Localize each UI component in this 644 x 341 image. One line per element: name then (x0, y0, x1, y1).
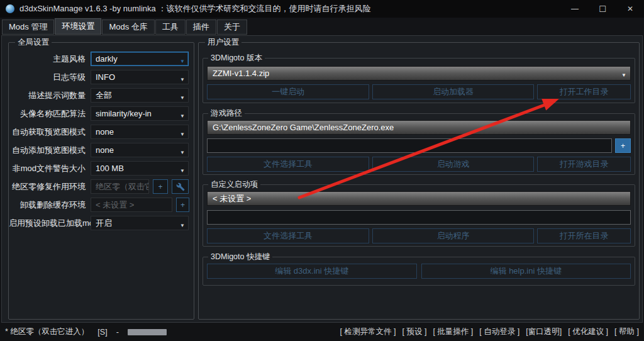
current-env-label: * 绝区零（双击它进入） (5, 327, 89, 337)
chevron-down-icon: ▼ (180, 77, 185, 82)
minimize-button[interactable]: — (561, 0, 589, 18)
preset-unload-combobox[interactable]: 开启 ▼ (91, 216, 189, 230)
log-level-combobox[interactable]: INFO ▼ (91, 70, 189, 84)
setting-label: 非mod文件警告大小 (9, 163, 91, 174)
tab-bar: Mods 管理 环境设置 Mods 仓库 工具 插件 关于 (0, 18, 644, 35)
avatar-match-combobox[interactable]: similarity/key-in ▼ (91, 106, 189, 121)
titlebar: d3dxSkinManage v1.6.3 -by numlinka ：该软件仅… (0, 0, 644, 18)
setting-label: 绝区零修复作用环境 (9, 181, 91, 193)
group-title: 用户设置 (205, 37, 242, 47)
status-left: * 绝区零（双击它进入） [S] - (0, 327, 167, 337)
chevron-down-icon: ▼ (621, 73, 626, 78)
custom-launch-buttons: 文件选择工具 启动程序 打开所在目录 (207, 228, 631, 243)
setting-row-unload-cache-env: 卸载删除缓存环境 < 未设置 > + (9, 198, 191, 212)
wrench-icon (176, 182, 185, 191)
migoto-buttons: 一键启动 启动加载器 打开工作目录 (207, 84, 631, 99)
help-link[interactable]: [ 帮助 ] (614, 327, 639, 337)
combo-value: 开启 (96, 218, 112, 229)
tab-environment-settings[interactable]: 环境设置 (55, 18, 101, 35)
combo-value: ZZMI-v1.1.4.zip (213, 69, 269, 78)
setting-label: 卸载删除缓存环境 (9, 199, 91, 211)
open-location-dir-button[interactable]: 打开所在目录 (537, 228, 631, 243)
combo-value: 100 MB (96, 164, 124, 173)
setting-row-avatar-match: 头像名称匹配算法 similarity/key-in ▼ (9, 106, 191, 121)
maximize-button[interactable]: ☐ (589, 0, 616, 18)
migoto-version-combobox[interactable]: ZZMI-v1.1.4.zip ▼ (207, 66, 631, 81)
open-work-dir-button[interactable]: 打开工作目录 (537, 84, 631, 99)
file-picker-button[interactable]: 文件选择工具 (207, 157, 369, 172)
entry-value: 绝区零（双击它进 (96, 181, 149, 193)
nonmod-warn-size-combobox[interactable]: 100 MB ▼ (91, 161, 189, 176)
chevron-down-icon: ▼ (180, 223, 185, 228)
setting-row-auto-fetch-preview: 自动获取预览图模式 none ▼ (9, 125, 191, 139)
setting-row-preset-unload: 启用预设卸载已加载mod 开启 ▼ (9, 216, 191, 230)
setting-label: 头像名称匹配算法 (9, 108, 91, 120)
chevron-down-icon: ▼ (180, 169, 185, 174)
setting-row-log-level: 日志等级 INFO ▼ (9, 70, 191, 84)
custom-launch-field[interactable]: < 未设置 > (207, 191, 631, 206)
user-settings-group: 用户设置 3DMigoto 版本 ZZMI-v1.1.4.zip ▼ 一键启动 … (198, 42, 640, 320)
optimization-advice-link[interactable]: [ 优化建议 ] (568, 327, 608, 337)
setting-label: 自动添加预览图模式 (9, 145, 91, 156)
tab-about[interactable]: 关于 (217, 20, 247, 35)
game-path-buttons: 文件选择工具 启动游戏 打开游戏目录 (207, 157, 631, 172)
batch-operations-link[interactable]: [ 批量操作 ] (433, 327, 473, 337)
window-transparency-link[interactable]: [窗口透明] (526, 327, 562, 337)
launch-program-button[interactable]: 启动程序 (372, 228, 534, 243)
game-path-extra-entry[interactable] (207, 138, 612, 153)
add-game-path-button[interactable]: + (615, 138, 631, 153)
subgroup-title: 3DMigoto 快捷键 (208, 252, 272, 262)
chevron-down-icon: ▼ (180, 114, 185, 119)
wrench-button[interactable] (172, 179, 189, 194)
tab-mods-manage[interactable]: Mods 管理 (2, 20, 54, 35)
open-game-dir-button[interactable]: 打开游戏目录 (537, 157, 631, 172)
edit-d3dx-ini-hotkeys-button[interactable]: 编辑 d3dx.ini 快捷键 (207, 264, 417, 279)
subgroup-title: 自定义启动项 (208, 179, 260, 189)
setting-row-auto-add-preview: 自动添加预览图模式 none ▼ (9, 143, 191, 157)
setting-label: 启用预设卸载已加载mod (9, 218, 91, 229)
tab-mods-warehouse[interactable]: Mods 仓库 (102, 20, 154, 35)
launch-game-button[interactable]: 启动游戏 (372, 157, 534, 172)
environment-settings-page: 全局设置 主题风格 darkly ▼ 日志等级 INFO ▼ (1, 35, 643, 323)
app-icon (6, 4, 14, 13)
game-path-group: 游戏路径 G:\ZenlessZoneZero Game\ZenlessZone… (203, 113, 635, 175)
app-window: d3dxSkinManage v1.6.3 -by numlinka ：该软件仅… (0, 0, 644, 341)
combo-value: 全部 (96, 90, 112, 101)
chevron-down-icon: ▼ (180, 59, 185, 64)
close-button[interactable]: ✕ (616, 0, 644, 18)
status-dash: - (116, 328, 119, 337)
progress-bar (128, 329, 167, 335)
subgroup-title: 游戏路径 (208, 108, 245, 118)
edit-help-ini-hotkeys-button[interactable]: 编辑 help.ini 快捷键 (421, 264, 631, 279)
custom-launch-extra-entry[interactable] (207, 210, 631, 225)
one-click-launch-button[interactable]: 一键启动 (207, 84, 369, 99)
setting-label: 日志等级 (9, 72, 91, 83)
combo-value: none (96, 145, 114, 155)
desc-hint-count-combobox[interactable]: 全部 ▼ (91, 88, 189, 103)
game-path-field[interactable]: G:\ZenlessZoneZero Game\ZenlessZoneZero.… (207, 120, 631, 135)
detect-abnormal-files-link[interactable]: [ 检测异常文件 ] (340, 327, 396, 337)
auto-fetch-preview-combobox[interactable]: none ▼ (91, 125, 189, 139)
auto-login-link[interactable]: [ 自动登录 ] (479, 327, 519, 337)
add-cache-env-button[interactable]: + (176, 198, 189, 212)
theme-style-combobox[interactable]: darkly ▼ (91, 52, 189, 66)
chevron-down-icon: ▼ (180, 132, 185, 137)
combo-value: < 未设置 > (213, 193, 251, 204)
migoto-hotkeys-group: 3DMigoto 快捷键 编辑 d3dx.ini 快捷键 编辑 help.ini… (203, 257, 635, 286)
launch-loader-button[interactable]: 启动加载器 (372, 84, 534, 99)
presets-link[interactable]: [ 预设 ] (402, 327, 427, 337)
add-env-button[interactable]: + (153, 179, 168, 194)
auto-add-preview-combobox[interactable]: none ▼ (91, 143, 189, 157)
combo-value: INFO (96, 72, 115, 82)
window-title: d3dxSkinManage v1.6.3 -by numlinka ：该软件仅… (19, 3, 370, 14)
chevron-down-icon: ▼ (180, 96, 185, 101)
status-bar: * 绝区零（双击它进入） [S] - [ 检测异常文件 ] [ 预设 ] [ 批… (0, 323, 644, 341)
unload-cache-env-entry[interactable]: < 未设置 > (91, 198, 172, 212)
zzz-fix-env-entry[interactable]: 绝区零（双击它进 (91, 179, 149, 194)
tab-plugins[interactable]: 插件 (186, 20, 216, 35)
file-picker-button-2[interactable]: 文件选择工具 (207, 228, 369, 243)
setting-label: 自动获取预览图模式 (9, 126, 91, 138)
setting-row-desc-count: 描述提示词数量 全部 ▼ (9, 88, 191, 103)
tab-tools[interactable]: 工具 (155, 20, 186, 35)
hotkey-buttons: 编辑 d3dx.ini 快捷键 编辑 help.ini 快捷键 (207, 264, 631, 279)
